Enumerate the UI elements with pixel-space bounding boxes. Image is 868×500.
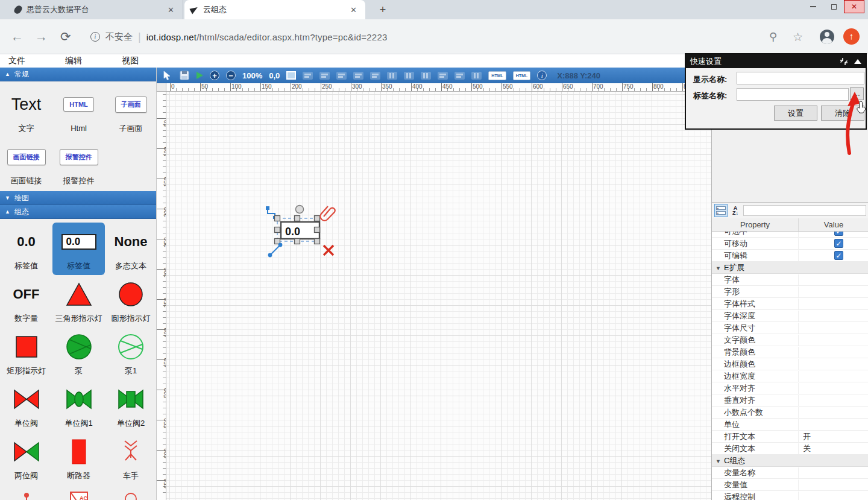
- same-height-icon[interactable]: [454, 72, 465, 80]
- select-tool-icon[interactable]: [163, 71, 173, 80]
- zoom-out-icon[interactable]: −: [226, 71, 236, 80]
- tab1-close-icon[interactable]: ✕: [165, 5, 177, 14]
- checkbox-checked-icon[interactable]: ✓: [834, 251, 843, 260]
- property-row[interactable]: 小数点个数: [712, 407, 868, 419]
- property-row[interactable]: 可移动✓: [712, 238, 868, 250]
- forward-icon[interactable]: →: [35, 30, 48, 44]
- snap-grid-icon[interactable]: [303, 72, 313, 80]
- property-row[interactable]: 远程控制: [712, 491, 868, 500]
- tab2-close-icon[interactable]: ✕: [348, 5, 359, 14]
- palette-item[interactable]: Text文字: [0, 85, 52, 138]
- save-icon[interactable]: [180, 71, 190, 80]
- info-icon[interactable]: i: [537, 71, 547, 80]
- selected-widget[interactable]: 0.0: [263, 200, 344, 263]
- dock-icon[interactable]: [840, 58, 848, 65]
- palette-item[interactable]: HTMLHtml: [52, 85, 105, 138]
- new-tab-button[interactable]: +: [375, 2, 391, 17]
- property-row[interactable]: 打开文本开: [712, 431, 868, 443]
- property-value[interactable]: 关: [803, 443, 811, 454]
- palette-section-header-3[interactable]: ▲组态: [0, 205, 156, 219]
- reload-icon[interactable]: ⟳: [60, 30, 71, 44]
- profile-avatar[interactable]: [820, 30, 834, 44]
- palette-item[interactable]: 单位阀: [0, 380, 52, 432]
- property-row[interactable]: 字体样式: [712, 298, 868, 310]
- palette-item[interactable]: 泵1: [105, 328, 157, 380]
- palette-item[interactable]: 0.0标签值: [0, 223, 52, 275]
- align-right-icon[interactable]: [370, 72, 380, 80]
- align-top-icon[interactable]: [387, 72, 397, 80]
- design-canvas[interactable]: 0.0: [166, 92, 711, 500]
- property-row[interactable]: 边框颜色: [712, 358, 868, 370]
- bookmark-star-icon[interactable]: ☆: [793, 30, 803, 43]
- property-row[interactable]: 可编辑✓: [712, 250, 868, 262]
- categorized-view-icon[interactable]: ++: [714, 204, 728, 217]
- property-row[interactable]: 边框宽度: [712, 370, 868, 382]
- palette-item[interactable]: ACDC逆变器: [52, 485, 105, 500]
- property-row[interactable]: 背景颜色: [712, 346, 868, 358]
- menu-file[interactable]: 文件: [8, 54, 25, 66]
- set-button[interactable]: 设置: [774, 106, 817, 121]
- delete-icon[interactable]: [324, 245, 333, 255]
- palette-item[interactable]: PT: [105, 485, 157, 500]
- palette-item[interactable]: 断路器: [52, 432, 105, 485]
- palette-item[interactable]: 矩形指示灯: [0, 328, 52, 380]
- browser-tab-1[interactable]: 思普云大数据平台 ✕: [8, 0, 183, 19]
- property-row[interactable]: 单位: [712, 419, 868, 431]
- checkbox-checked-icon[interactable]: ✓: [834, 239, 843, 248]
- tag-name-input[interactable]: [737, 88, 849, 101]
- palette-item[interactable]: 车手: [105, 432, 157, 485]
- property-group-row[interactable]: ▼C组态: [712, 455, 868, 467]
- property-row[interactable]: 字体深度: [712, 310, 868, 322]
- palette-item[interactable]: 单位阀1: [52, 380, 105, 432]
- site-info-icon[interactable]: i: [90, 32, 100, 42]
- rotate-handle[interactable]: [296, 206, 304, 214]
- property-row[interactable]: 水平对齐: [712, 382, 868, 394]
- same-width-icon[interactable]: [438, 72, 448, 80]
- property-row[interactable]: 字体: [712, 274, 868, 286]
- url-field[interactable]: i 不安全 | iot.idosp.net/html/scada/editor.…: [90, 19, 387, 54]
- align-left-icon[interactable]: [336, 72, 347, 80]
- property-group-row[interactable]: ▼E扩展: [712, 262, 868, 274]
- palette-item[interactable]: 单位阀2: [105, 380, 157, 432]
- html-preview-icon[interactable]: HTML: [513, 71, 530, 80]
- browser-update-button[interactable]: ↑: [843, 28, 860, 45]
- collapse-panel-icon[interactable]: [854, 59, 861, 64]
- palette-item[interactable]: 0.0标签值: [52, 223, 105, 275]
- menu-edit[interactable]: 编辑: [65, 54, 82, 66]
- tag-browse-button[interactable]: ...: [850, 87, 864, 100]
- palette-item[interactable]: 报警控件报警控件: [52, 138, 105, 190]
- property-filter-input[interactable]: [743, 205, 866, 216]
- palette-section-header-1[interactable]: ▲常规: [0, 68, 156, 81]
- attach-icon[interactable]: [320, 206, 335, 221]
- palette-item[interactable]: 两位阀: [0, 432, 52, 485]
- browser-tab-2[interactable]: 云组态 ✕: [184, 0, 365, 19]
- property-row[interactable]: 字形: [712, 286, 868, 298]
- align-bottom-icon[interactable]: [421, 72, 431, 80]
- back-icon[interactable]: ←: [11, 30, 24, 44]
- property-row[interactable]: 文字颜色: [712, 334, 868, 346]
- checkbox-checked-icon[interactable]: ✓: [834, 232, 843, 236]
- palette-item[interactable]: 三角形指示灯: [52, 275, 105, 328]
- sort-az-icon[interactable]: AZ↓: [731, 206, 740, 215]
- html-source-icon[interactable]: HTML: [488, 71, 506, 80]
- property-row[interactable]: 垂直对齐: [712, 394, 868, 407]
- canvas-settings-icon[interactable]: [286, 71, 296, 80]
- palette-section-header-2[interactable]: ▼绘图: [0, 191, 156, 205]
- clear-button[interactable]: 清除: [821, 106, 864, 121]
- distribute-icon[interactable]: [471, 72, 482, 80]
- palette-item[interactable]: OFF数字量: [0, 275, 52, 328]
- property-row[interactable]: 字体尺寸: [712, 322, 868, 334]
- run-icon[interactable]: [197, 72, 203, 79]
- palette-item[interactable]: 泵: [52, 328, 105, 380]
- snap-object-icon[interactable]: [319, 72, 330, 80]
- palette-item[interactable]: 子画面子画面: [105, 85, 157, 138]
- palette-item[interactable]: None多态文本: [105, 223, 157, 275]
- property-row[interactable]: 变量值: [712, 479, 868, 491]
- link-line-icon[interactable]: [268, 243, 283, 258]
- align-middle-icon[interactable]: [404, 72, 414, 80]
- display-name-input[interactable]: [737, 72, 864, 84]
- property-row[interactable]: 变量名称: [712, 467, 868, 479]
- palette-item[interactable]: 刀闸: [0, 485, 52, 500]
- quick-settings-titlebar[interactable]: 快速设置: [686, 54, 866, 68]
- window-close-button[interactable]: ✕: [844, 0, 864, 13]
